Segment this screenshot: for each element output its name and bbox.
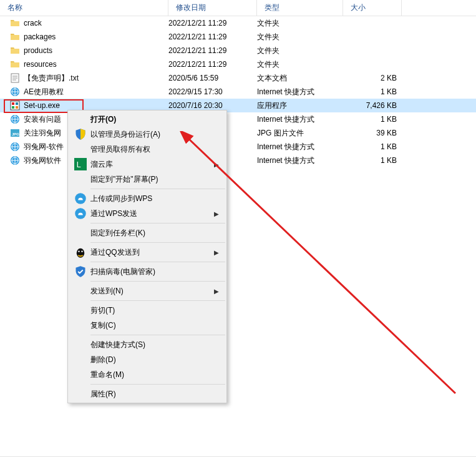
file-explorer-view: 名称 修改日期 类型 大小 crack2022/12/21 11:29文件夹pa… (0, 0, 476, 457)
menu-item-label: 重命名(M) (90, 370, 225, 380)
menu-item-label: 通过QQ发送到 (90, 247, 225, 258)
menu-separator (90, 281, 225, 282)
svg-point-21 (81, 251, 83, 253)
wps-icon (74, 207, 87, 220)
menu-item[interactable]: 通过WPS发送▶ (69, 206, 225, 221)
blank-icon (74, 227, 87, 239)
menu-item[interactable]: 属性(R) (69, 386, 225, 401)
menu-item[interactable]: 复制(C) (69, 318, 225, 333)
menu-item[interactable]: L溜云库▶ (69, 157, 225, 172)
blank-icon (74, 353, 87, 366)
file-name: 羽兔网-软件 (24, 142, 64, 152)
guanjia-icon (74, 265, 87, 278)
blank-icon (74, 338, 87, 351)
file-name: Set-up.exe (24, 101, 60, 110)
file-name-cell: products (10, 46, 168, 56)
column-header-date[interactable]: 修改日期 (168, 0, 257, 16)
menu-item[interactable]: 重命名(M) (69, 367, 225, 382)
file-type: 应用程序 (257, 101, 343, 111)
file-date: 2020/5/6 15:59 (168, 74, 257, 82)
file-row[interactable]: packages2022/12/21 11:29文件夹 (0, 30, 476, 44)
file-row[interactable]: crack2022/12/21 11:29文件夹 (0, 16, 476, 30)
file-row[interactable]: 【免责声明】.txt2020/5/6 15:59文本文档2 KB (0, 71, 476, 85)
file-name-cell: packages (10, 32, 168, 42)
file-name: crack (24, 19, 42, 27)
menu-item-label: 发送到(N) (90, 286, 225, 297)
menu-item[interactable]: 上传或同步到WPS (69, 191, 225, 206)
menu-item[interactable]: 管理员取得所有权 (69, 142, 225, 157)
menu-item-label: 创建快捷方式(S) (90, 340, 225, 350)
menu-item[interactable]: 固定到任务栏(K) (69, 225, 225, 240)
file-type: JPG 图片文件 (257, 128, 343, 139)
menu-item[interactable]: 发送到(N)▶ (69, 283, 225, 298)
menu-item-label: 打开(O) (90, 114, 225, 125)
url-icon (10, 114, 20, 124)
menu-item-label: 扫描病毒(电脑管家) (90, 267, 225, 277)
shield-icon (74, 128, 87, 140)
menu-item[interactable]: 创建快捷方式(S) (69, 337, 225, 352)
file-date: 2022/12/21 11:29 (168, 19, 257, 27)
folder-icon (10, 46, 20, 56)
menu-item[interactable]: 扫描病毒(电脑管家) (69, 264, 225, 279)
svg-rect-7 (16, 102, 18, 105)
menu-item[interactable]: 打开(O) (69, 112, 225, 127)
svg-line-22 (187, 137, 455, 393)
file-name: 【免责声明】.txt (24, 73, 79, 84)
file-date: 2022/12/21 11:29 (168, 60, 257, 69)
file-type: Internet 快捷方式 (257, 155, 343, 166)
url-icon (10, 87, 20, 97)
column-header-size[interactable]: 大小 (343, 0, 402, 16)
menu-separator (90, 300, 225, 301)
blank-icon (74, 368, 87, 381)
column-header-type[interactable]: 类型 (257, 0, 343, 16)
menu-item[interactable]: 剪切(T) (69, 303, 225, 318)
file-type: 文件夹 (257, 46, 343, 56)
file-size: 1 KB (343, 115, 402, 124)
file-name: resources (24, 60, 57, 69)
folder-icon (10, 59, 20, 69)
menu-item-label: 删除(D) (90, 355, 225, 365)
blank-icon (74, 388, 87, 400)
svg-rect-8 (12, 106, 14, 109)
menu-item-label: 剪切(T) (90, 305, 225, 316)
file-type: Internet 快捷方式 (257, 87, 343, 97)
menu-item[interactable]: 通过QQ发送到▶ (69, 245, 225, 260)
file-name: products (24, 46, 52, 55)
blank-icon (74, 319, 87, 332)
file-type: Internet 快捷方式 (257, 142, 343, 152)
column-header-name[interactable]: 名称 (0, 0, 168, 16)
menu-separator (90, 242, 225, 243)
menu-item[interactable]: 固定到"开始"屏幕(P) (69, 172, 225, 187)
menu-separator (90, 223, 225, 224)
file-size: 1 KB (343, 142, 402, 151)
file-name-cell: Set-up.exe (10, 101, 168, 111)
blank-icon (74, 113, 87, 125)
menu-item-label: 管理员取得所有权 (90, 144, 225, 155)
menu-separator (90, 335, 225, 335)
menu-item-label: 溜云库 (90, 159, 225, 170)
exe-icon (10, 101, 20, 111)
menu-item-label: 通过WPS发送 (90, 209, 225, 219)
menu-item-label: 上传或同步到WPS (90, 194, 225, 204)
menu-item-label: 固定到"开始"屏幕(P) (90, 174, 225, 185)
liuyun-icon: L (74, 158, 87, 170)
file-name: 安装有问题 (24, 114, 61, 125)
file-name: 羽兔网软件 (24, 155, 61, 166)
file-type: Internet 快捷方式 (257, 114, 343, 125)
blank-icon (74, 143, 87, 155)
file-type: 文本文档 (257, 73, 343, 84)
file-row[interactable]: products2022/12/21 11:29文件夹 (0, 44, 476, 57)
column-header-row: 名称 修改日期 类型 大小 (0, 0, 476, 16)
menu-item[interactable]: 删除(D) (69, 352, 225, 367)
file-row[interactable]: AE使用教程2022/9/15 17:30Internet 快捷方式1 KB (0, 85, 476, 99)
menu-item-label: 复制(C) (90, 320, 225, 331)
wps-icon (74, 192, 87, 205)
file-row[interactable]: resources2022/12/21 11:29文件夹 (0, 57, 476, 71)
blank-icon (74, 173, 87, 185)
file-name-cell: 【免责声明】.txt (10, 73, 168, 84)
file-date: 2022/12/21 11:29 (168, 32, 257, 41)
jpg-icon: JPG (10, 128, 20, 138)
file-date: 2022/12/21 11:29 (168, 46, 257, 55)
file-name-cell: AE使用教程 (10, 87, 168, 97)
menu-item[interactable]: 以管理员身份运行(A) (69, 127, 225, 142)
